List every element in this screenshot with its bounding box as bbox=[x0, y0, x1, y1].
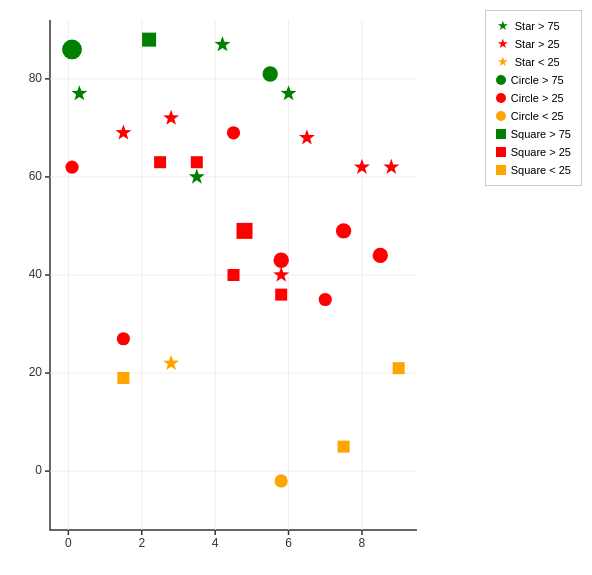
chart-legend: ★Star > 75★Star > 25★Star < 25Circle > 7… bbox=[485, 10, 582, 186]
legend-icon-circle-green bbox=[496, 75, 506, 85]
legend-icon-square-green bbox=[496, 129, 506, 139]
legend-item: Square > 25 bbox=[496, 143, 571, 161]
legend-item: Circle > 75 bbox=[496, 71, 571, 89]
legend-item: Circle > 25 bbox=[496, 89, 571, 107]
legend-icon-star-orange: ★ bbox=[496, 55, 510, 69]
legend-icon-square-orange bbox=[496, 165, 506, 175]
legend-icon-star-green: ★ bbox=[496, 19, 510, 33]
legend-icon-circle-red bbox=[496, 93, 506, 103]
legend-label: Star > 75 bbox=[515, 17, 560, 35]
legend-icon-star-red: ★ bbox=[496, 37, 510, 51]
legend-item: ★Star > 25 bbox=[496, 35, 571, 53]
legend-label: Circle < 25 bbox=[511, 107, 564, 125]
legend-item: Square < 25 bbox=[496, 161, 571, 179]
legend-label: Circle > 75 bbox=[511, 71, 564, 89]
legend-label: Square > 75 bbox=[511, 125, 571, 143]
legend-item: Circle < 25 bbox=[496, 107, 571, 125]
legend-item: ★Star > 75 bbox=[496, 17, 571, 35]
chart-container: ★Star > 75★Star > 25★Star < 25Circle > 7… bbox=[0, 0, 592, 575]
legend-icon-square-red bbox=[496, 147, 506, 157]
legend-label: Square > 25 bbox=[511, 143, 571, 161]
legend-label: Star > 25 bbox=[515, 35, 560, 53]
legend-item: ★Star < 25 bbox=[496, 53, 571, 71]
legend-label: Square < 25 bbox=[511, 161, 571, 179]
legend-label: Circle > 25 bbox=[511, 89, 564, 107]
legend-label: Star < 25 bbox=[515, 53, 560, 71]
legend-item: Square > 75 bbox=[496, 125, 571, 143]
legend-icon-circle-orange bbox=[496, 111, 506, 121]
